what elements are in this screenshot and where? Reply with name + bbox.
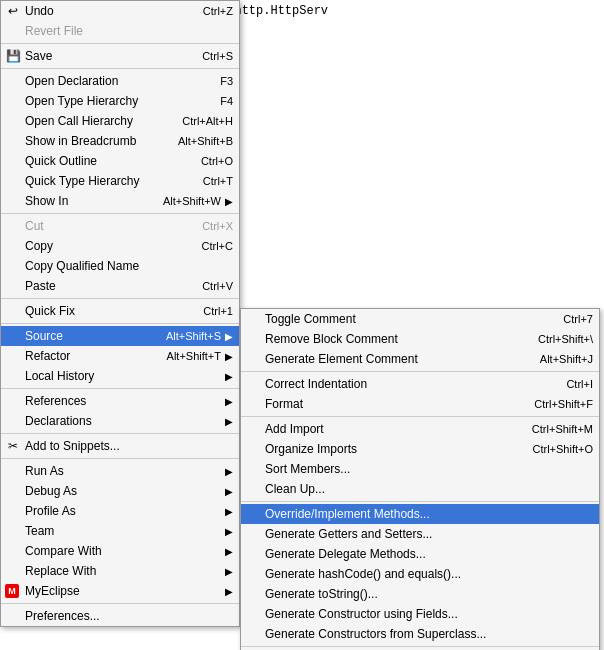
- source-menu-item-generate-element-comment[interactable]: Generate Element CommentAlt+Shift+J: [241, 349, 599, 369]
- submenu-arrow-icon: ▶: [225, 566, 233, 577]
- menu-item-team[interactable]: Team▶: [1, 521, 239, 541]
- menu-item-copy[interactable]: CopyCtrl+C: [1, 236, 239, 256]
- source-menu-shortcut-correct-indentation: Ctrl+I: [566, 378, 593, 390]
- source-menu-shortcut-format: Ctrl+Shift+F: [534, 398, 593, 410]
- menu-item-local-history[interactable]: Local History▶: [1, 366, 239, 386]
- menu-item-label-open-declaration: Open Declaration: [25, 74, 200, 88]
- menu-item-quick-fix[interactable]: Quick FixCtrl+1: [1, 301, 239, 321]
- submenu-arrow-icon: ▶: [225, 466, 233, 477]
- menu-item-paste[interactable]: PasteCtrl+V: [1, 276, 239, 296]
- menu-item-shortcut-show-in: Alt+Shift+W: [163, 195, 221, 207]
- source-menu-item-generate-constructor-fields[interactable]: Generate Constructor using Fields...: [241, 604, 599, 624]
- snippet-icon: ✂: [5, 438, 21, 454]
- source-menu-item-generate-getters-setters[interactable]: Generate Getters and Setters...: [241, 524, 599, 544]
- menu-item-label-preferences: Preferences...: [25, 609, 233, 623]
- menu-item-compare-with[interactable]: Compare With▶: [1, 541, 239, 561]
- menu-item-open-declaration[interactable]: Open DeclarationF3: [1, 71, 239, 91]
- submenu-arrow-icon: ▶: [225, 486, 233, 497]
- source-menu-label-generate-getters-setters: Generate Getters and Setters...: [265, 527, 593, 541]
- source-menu-shortcut-organize-imports: Ctrl+Shift+O: [532, 443, 593, 455]
- source-menu-label-correct-indentation: Correct Indentation: [265, 377, 546, 391]
- source-menu-shortcut-toggle-comment: Ctrl+7: [563, 313, 593, 325]
- menu-item-shortcut-open-call-hierarchy: Ctrl+Alt+H: [182, 115, 233, 127]
- submenu-arrow-icon: ▶: [225, 351, 233, 362]
- menu-item-add-to-snippets[interactable]: ✂Add to Snippets...: [1, 436, 239, 456]
- menu-item-label-undo: Undo: [25, 4, 183, 18]
- menu-item-preferences[interactable]: Preferences...: [1, 606, 239, 626]
- source-menu-label-override-implement: Override/Implement Methods...: [265, 507, 593, 521]
- menu-item-debug-as[interactable]: Debug As▶: [1, 481, 239, 501]
- source-menu-item-generate-delegate-methods[interactable]: Generate Delegate Methods...: [241, 544, 599, 564]
- menu-item-undo[interactable]: ↩UndoCtrl+Z: [1, 1, 239, 21]
- menu-item-run-as[interactable]: Run As▶: [1, 461, 239, 481]
- menu-item-quick-outline[interactable]: Quick OutlineCtrl+O: [1, 151, 239, 171]
- submenu-arrow-icon: ▶: [225, 196, 233, 207]
- menu-item-label-paste: Paste: [25, 279, 182, 293]
- source-menu-item-format[interactable]: FormatCtrl+Shift+F: [241, 394, 599, 414]
- primary-context-menu: ↩UndoCtrl+ZRevert File💾SaveCtrl+SOpen De…: [0, 0, 240, 627]
- menu-item-label-copy: Copy: [25, 239, 182, 253]
- source-menu-item-generate-hashcode-equals[interactable]: Generate hashCode() and equals()...: [241, 564, 599, 584]
- menu-item-label-save: Save: [25, 49, 182, 63]
- source-submenu: Toggle CommentCtrl+7Remove Block Comment…: [240, 308, 600, 650]
- menu-item-shortcut-quick-fix: Ctrl+1: [203, 305, 233, 317]
- submenu-arrow-icon: ▶: [225, 416, 233, 427]
- menu-separator: [1, 458, 239, 459]
- menu-item-shortcut-cut: Ctrl+X: [202, 220, 233, 232]
- source-menu-item-generate-tostring[interactable]: Generate toString()...: [241, 584, 599, 604]
- menu-item-label-references: References: [25, 394, 221, 408]
- menu-item-refactor[interactable]: RefactorAlt+Shift+T▶: [1, 346, 239, 366]
- source-menu-item-organize-imports[interactable]: Organize ImportsCtrl+Shift+O: [241, 439, 599, 459]
- menu-item-source[interactable]: SourceAlt+Shift+S▶: [1, 326, 239, 346]
- source-menu-item-toggle-comment[interactable]: Toggle CommentCtrl+7: [241, 309, 599, 329]
- menu-item-label-show-in-breadcrumb: Show in Breadcrumb: [25, 134, 158, 148]
- menu-item-shortcut-undo: Ctrl+Z: [203, 5, 233, 17]
- menu-item-shortcut-open-type-hierarchy: F4: [220, 95, 233, 107]
- menu-item-show-in[interactable]: Show InAlt+Shift+W▶: [1, 191, 239, 211]
- source-menu-item-correct-indentation[interactable]: Correct IndentationCtrl+I: [241, 374, 599, 394]
- source-menu-item-sort-members[interactable]: Sort Members...: [241, 459, 599, 479]
- menu-item-label-local-history: Local History: [25, 369, 221, 383]
- source-menu-item-clean-up[interactable]: Clean Up...: [241, 479, 599, 499]
- source-menu-item-generate-constructors-superclass[interactable]: Generate Constructors from Superclass...: [241, 624, 599, 644]
- source-menu-label-generate-hashcode-equals: Generate hashCode() and equals()...: [265, 567, 593, 581]
- source-menu-item-override-implement[interactable]: Override/Implement Methods...: [241, 504, 599, 524]
- menu-item-open-type-hierarchy[interactable]: Open Type HierarchyF4: [1, 91, 239, 111]
- menu-item-quick-type-hierarchy[interactable]: Quick Type HierarchyCtrl+T: [1, 171, 239, 191]
- menu-item-open-call-hierarchy[interactable]: Open Call HierarchyCtrl+Alt+H: [1, 111, 239, 131]
- menu-item-profile-as[interactable]: Profile As▶: [1, 501, 239, 521]
- submenu-arrow-icon: ▶: [225, 526, 233, 537]
- menu-item-shortcut-open-declaration: F3: [220, 75, 233, 87]
- menu-separator: [1, 68, 239, 69]
- menu-item-shortcut-source: Alt+Shift+S: [166, 330, 221, 342]
- menu-item-label-open-call-hierarchy: Open Call Hierarchy: [25, 114, 162, 128]
- menu-item-shortcut-show-in-breadcrumb: Alt+Shift+B: [178, 135, 233, 147]
- menu-item-declarations[interactable]: Declarations▶: [1, 411, 239, 431]
- menu-separator: [1, 603, 239, 604]
- menu-item-label-copy-qualified-name: Copy Qualified Name: [25, 259, 233, 273]
- menu-item-label-source: Source: [25, 329, 146, 343]
- menu-item-shortcut-paste: Ctrl+V: [202, 280, 233, 292]
- menu-item-label-quick-type-hierarchy: Quick Type Hierarchy: [25, 174, 183, 188]
- source-menu-label-organize-imports: Organize Imports: [265, 442, 512, 456]
- source-menu-item-remove-block-comment[interactable]: Remove Block CommentCtrl+Shift+\: [241, 329, 599, 349]
- source-menu-label-generate-element-comment: Generate Element Comment: [265, 352, 520, 366]
- menu-item-label-debug-as: Debug As: [25, 484, 221, 498]
- menu-item-myeclipse[interactable]: MMyEclipse▶: [1, 581, 239, 601]
- menu-item-save[interactable]: 💾SaveCtrl+S: [1, 46, 239, 66]
- source-menu-label-generate-constructor-fields: Generate Constructor using Fields...: [265, 607, 593, 621]
- menu-item-replace-with[interactable]: Replace With▶: [1, 561, 239, 581]
- menu-item-show-in-breadcrumb[interactable]: Show in BreadcrumbAlt+Shift+B: [1, 131, 239, 151]
- menu-item-label-add-to-snippets: Add to Snippets...: [25, 439, 233, 453]
- submenu-arrow-icon: ▶: [225, 396, 233, 407]
- menu-item-copy-qualified-name[interactable]: Copy Qualified Name: [1, 256, 239, 276]
- source-menu-label-add-import: Add Import: [265, 422, 512, 436]
- source-menu-item-add-import[interactable]: Add ImportCtrl+Shift+M: [241, 419, 599, 439]
- menu-separator: [1, 213, 239, 214]
- menu-separator: [241, 371, 599, 372]
- source-menu-label-format: Format: [265, 397, 514, 411]
- source-menu-label-generate-tostring: Generate toString()...: [265, 587, 593, 601]
- menu-item-references[interactable]: References▶: [1, 391, 239, 411]
- submenu-arrow-icon: ▶: [225, 546, 233, 557]
- submenu-arrow-icon: ▶: [225, 331, 233, 342]
